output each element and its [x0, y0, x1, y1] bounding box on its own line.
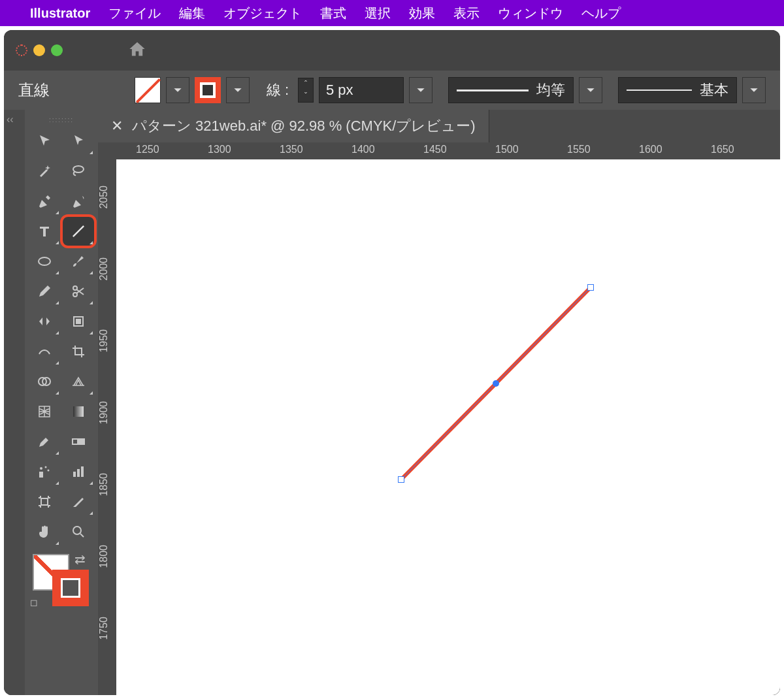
ruler-label: 1650 — [711, 144, 734, 155]
stroke-weight-input[interactable]: 5 px — [319, 77, 404, 103]
svg-point-13 — [40, 467, 42, 470]
ruler-label: 1850 — [98, 473, 116, 496]
vertical-ruler[interactable]: 2050 2000 1950 1900 1850 1800 1750 — [98, 159, 116, 695]
fill-swatch[interactable] — [135, 77, 161, 103]
fill-swatch-dropdown[interactable] — [166, 77, 189, 103]
stepper-up-icon[interactable]: ˆ — [299, 78, 313, 90]
scissors-tool[interactable] — [63, 277, 94, 306]
stroke-color-box[interactable] — [52, 570, 89, 606]
app-titlebar — [4, 30, 780, 71]
ruler-label: 1250 — [136, 144, 159, 155]
ruler-label: 2050 — [98, 186, 116, 209]
brush-definition-dropdown[interactable]: 基本 — [618, 77, 737, 103]
width-tool[interactable] — [29, 337, 60, 366]
anchor-point[interactable] — [398, 476, 404, 483]
perspective-grid-tool[interactable] — [63, 367, 94, 396]
home-icon[interactable] — [127, 40, 147, 61]
brush-definition-chevron[interactable] — [742, 77, 766, 103]
gradient-tool[interactable] — [63, 397, 94, 426]
menu-effect[interactable]: 効果 — [409, 5, 435, 22]
svg-rect-12 — [79, 439, 84, 444]
artboard-tool[interactable] — [29, 487, 60, 516]
width-profile-chevron[interactable] — [579, 77, 602, 103]
stroke-swatch[interactable] — [195, 77, 221, 103]
toolbox: :::::::: — [25, 110, 98, 695]
swap-fill-stroke-icon[interactable]: ⇄ — [74, 551, 86, 567]
magic-wand-tool[interactable] — [29, 157, 60, 186]
svg-rect-6 — [76, 319, 80, 323]
document-area: ✕ パターン 321web.ai* @ 92.98 % (CMYK/プレビュー)… — [98, 110, 780, 695]
width-profile-dropdown[interactable]: 均等 — [448, 77, 574, 103]
hand-tool[interactable] — [29, 517, 60, 546]
shape-builder-tool[interactable] — [29, 367, 60, 396]
ruler-label: 1750 — [98, 617, 116, 640]
line-path[interactable] — [116, 159, 770, 695]
eyedropper-tool[interactable] — [29, 427, 60, 456]
toolbox-grip[interactable]: :::::::: — [29, 116, 94, 123]
svg-rect-19 — [81, 466, 84, 477]
svg-point-14 — [45, 466, 47, 468]
ruler-label: 1900 — [98, 401, 116, 425]
column-graph-tool[interactable] — [63, 457, 94, 486]
canvas[interactable] — [116, 159, 780, 695]
paintbrush-tool[interactable] — [63, 247, 94, 276]
slice-tool[interactable] — [63, 487, 94, 516]
pen-tool[interactable] — [29, 187, 60, 216]
svg-point-15 — [48, 470, 50, 472]
direct-selection-tool[interactable] — [63, 127, 94, 155]
options-bar: 直線 線 : ˆ ˇ 5 px 均等 基本 — [4, 71, 780, 110]
close-tab-icon[interactable]: ✕ — [111, 118, 123, 135]
active-tool-label: 直線 — [18, 80, 50, 101]
ruler-label: 2000 — [98, 257, 116, 281]
free-transform-tool[interactable] — [63, 307, 94, 336]
document-tab[interactable]: ✕ パターン 321web.ai* @ 92.98 % (CMYK/プレビュー) — [98, 110, 489, 142]
stroke-weight-dropdown[interactable] — [409, 77, 433, 103]
app-name[interactable]: Illustrator — [30, 6, 90, 21]
menu-edit[interactable]: 編集 — [179, 5, 205, 22]
menu-help[interactable]: ヘルプ — [581, 5, 621, 22]
menu-view[interactable]: 表示 — [453, 5, 480, 22]
window-close-button[interactable] — [16, 44, 27, 56]
width-profile-label: 均等 — [536, 80, 565, 100]
horizontal-ruler[interactable]: 1250 1300 1350 1400 1450 1500 1550 1600 … — [116, 142, 780, 159]
curvature-tool[interactable] — [63, 187, 94, 216]
artboard[interactable] — [116, 159, 780, 695]
window-zoom-button[interactable] — [51, 44, 63, 56]
ellipse-tool[interactable] — [29, 247, 60, 276]
stroke-weight-stepper[interactable]: ˆ ˇ — [298, 78, 314, 103]
zoom-tool[interactable] — [63, 517, 94, 546]
fill-stroke-control[interactable]: ⇄ ◻ — [29, 551, 94, 617]
pencil-tool[interactable] — [29, 277, 60, 306]
svg-rect-11 — [73, 439, 78, 444]
menu-object[interactable]: オブジェクト — [223, 5, 302, 22]
stepper-down-icon[interactable]: ˇ — [299, 90, 313, 102]
selection-tool[interactable] — [29, 127, 60, 155]
stroke-swatch-dropdown[interactable] — [226, 77, 250, 103]
menu-window[interactable]: ウィンドウ — [498, 5, 563, 22]
menu-type[interactable]: 書式 — [320, 5, 346, 22]
svg-point-0 — [73, 166, 84, 172]
default-fill-stroke-icon[interactable]: ◻ — [30, 597, 38, 608]
panel-collapse-button[interactable]: ‹‹ — [4, 110, 25, 695]
svg-point-21 — [73, 527, 81, 534]
menu-file[interactable]: ファイル — [108, 5, 161, 22]
ruler-label: 1450 — [423, 144, 447, 155]
center-point[interactable] — [493, 380, 499, 387]
tab-bar: ✕ パターン 321web.ai* @ 92.98 % (CMYK/プレビュー) — [98, 110, 780, 142]
brush-definition-label: 基本 — [700, 80, 728, 100]
crop-tool[interactable] — [63, 337, 94, 366]
blend-tool[interactable] — [63, 427, 94, 456]
mesh-tool[interactable] — [29, 397, 60, 426]
menu-select[interactable]: 選択 — [365, 5, 391, 22]
svg-rect-18 — [77, 469, 80, 477]
window-minimize-button[interactable] — [33, 44, 45, 56]
symbol-sprayer-tool[interactable] — [29, 457, 60, 486]
type-tool[interactable] — [29, 217, 60, 246]
document-tab-title: パターン 321web.ai* @ 92.98 % (CMYK/プレビュー) — [132, 116, 476, 136]
lasso-tool[interactable] — [63, 157, 94, 186]
anchor-point[interactable] — [587, 284, 594, 291]
reflect-tool[interactable] — [29, 307, 60, 336]
ruler-label: 1550 — [567, 144, 591, 155]
svg-rect-16 — [39, 472, 43, 478]
line-segment-tool[interactable] — [63, 217, 94, 246]
